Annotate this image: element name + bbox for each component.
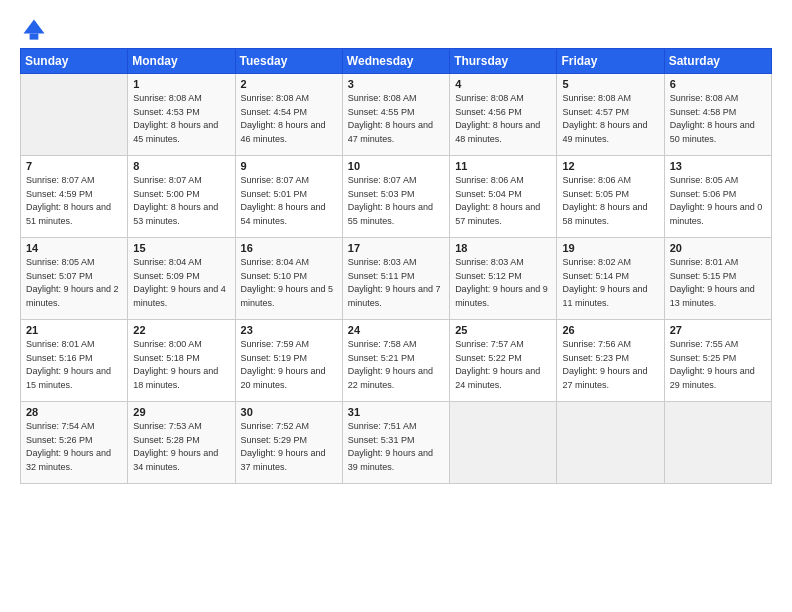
calendar-cell: 3 Sunrise: 8:08 AMSunset: 4:55 PMDayligh…: [342, 74, 449, 156]
svg-marker-0: [24, 20, 45, 34]
day-info: Sunrise: 8:06 AMSunset: 5:04 PMDaylight:…: [455, 174, 551, 228]
day-number: 28: [26, 406, 122, 418]
calendar-cell: 20 Sunrise: 8:01 AMSunset: 5:15 PMDaylig…: [664, 238, 771, 320]
calendar-cell: 14 Sunrise: 8:05 AMSunset: 5:07 PMDaylig…: [21, 238, 128, 320]
calendar-cell: 23 Sunrise: 7:59 AMSunset: 5:19 PMDaylig…: [235, 320, 342, 402]
day-number: 18: [455, 242, 551, 254]
calendar-cell: 2 Sunrise: 8:08 AMSunset: 4:54 PMDayligh…: [235, 74, 342, 156]
calendar-cell: 30 Sunrise: 7:52 AMSunset: 5:29 PMDaylig…: [235, 402, 342, 484]
day-info: Sunrise: 8:08 AMSunset: 4:54 PMDaylight:…: [241, 92, 337, 146]
calendar-cell: 10 Sunrise: 8:07 AMSunset: 5:03 PMDaylig…: [342, 156, 449, 238]
calendar-cell: 18 Sunrise: 8:03 AMSunset: 5:12 PMDaylig…: [450, 238, 557, 320]
day-number: 13: [670, 160, 766, 172]
day-number: 3: [348, 78, 444, 90]
weekday-header-friday: Friday: [557, 49, 664, 74]
calendar-cell: 8 Sunrise: 8:07 AMSunset: 5:00 PMDayligh…: [128, 156, 235, 238]
day-info: Sunrise: 8:03 AMSunset: 5:12 PMDaylight:…: [455, 256, 551, 310]
day-info: Sunrise: 8:07 AMSunset: 5:01 PMDaylight:…: [241, 174, 337, 228]
calendar-cell: 16 Sunrise: 8:04 AMSunset: 5:10 PMDaylig…: [235, 238, 342, 320]
calendar-cell: 4 Sunrise: 8:08 AMSunset: 4:56 PMDayligh…: [450, 74, 557, 156]
day-number: 11: [455, 160, 551, 172]
page: SundayMondayTuesdayWednesdayThursdayFrid…: [0, 0, 792, 494]
calendar-cell: 11 Sunrise: 8:06 AMSunset: 5:04 PMDaylig…: [450, 156, 557, 238]
day-info: Sunrise: 8:03 AMSunset: 5:11 PMDaylight:…: [348, 256, 444, 310]
weekday-header-saturday: Saturday: [664, 49, 771, 74]
day-number: 9: [241, 160, 337, 172]
day-number: 7: [26, 160, 122, 172]
calendar-table: SundayMondayTuesdayWednesdayThursdayFrid…: [20, 48, 772, 484]
weekday-header-tuesday: Tuesday: [235, 49, 342, 74]
day-info: Sunrise: 7:53 AMSunset: 5:28 PMDaylight:…: [133, 420, 229, 474]
calendar-cell: [450, 402, 557, 484]
day-info: Sunrise: 7:51 AMSunset: 5:31 PMDaylight:…: [348, 420, 444, 474]
day-info: Sunrise: 8:08 AMSunset: 4:57 PMDaylight:…: [562, 92, 658, 146]
day-number: 14: [26, 242, 122, 254]
day-info: Sunrise: 7:54 AMSunset: 5:26 PMDaylight:…: [26, 420, 122, 474]
day-info: Sunrise: 7:55 AMSunset: 5:25 PMDaylight:…: [670, 338, 766, 392]
calendar-cell: 21 Sunrise: 8:01 AMSunset: 5:16 PMDaylig…: [21, 320, 128, 402]
calendar-cell: 28 Sunrise: 7:54 AMSunset: 5:26 PMDaylig…: [21, 402, 128, 484]
day-number: 24: [348, 324, 444, 336]
calendar-cell: 5 Sunrise: 8:08 AMSunset: 4:57 PMDayligh…: [557, 74, 664, 156]
calendar-cell: 24 Sunrise: 7:58 AMSunset: 5:21 PMDaylig…: [342, 320, 449, 402]
calendar-header: SundayMondayTuesdayWednesdayThursdayFrid…: [21, 49, 772, 74]
calendar-cell: 17 Sunrise: 8:03 AMSunset: 5:11 PMDaylig…: [342, 238, 449, 320]
day-number: 21: [26, 324, 122, 336]
day-number: 6: [670, 78, 766, 90]
day-number: 23: [241, 324, 337, 336]
calendar-cell: 15 Sunrise: 8:04 AMSunset: 5:09 PMDaylig…: [128, 238, 235, 320]
day-number: 31: [348, 406, 444, 418]
day-info: Sunrise: 8:00 AMSunset: 5:18 PMDaylight:…: [133, 338, 229, 392]
day-info: Sunrise: 8:04 AMSunset: 5:09 PMDaylight:…: [133, 256, 229, 310]
week-row-2: 14 Sunrise: 8:05 AMSunset: 5:07 PMDaylig…: [21, 238, 772, 320]
calendar-cell: 27 Sunrise: 7:55 AMSunset: 5:25 PMDaylig…: [664, 320, 771, 402]
weekday-header-wednesday: Wednesday: [342, 49, 449, 74]
calendar-cell: 19 Sunrise: 8:02 AMSunset: 5:14 PMDaylig…: [557, 238, 664, 320]
day-number: 16: [241, 242, 337, 254]
day-info: Sunrise: 7:57 AMSunset: 5:22 PMDaylight:…: [455, 338, 551, 392]
weekday-header-sunday: Sunday: [21, 49, 128, 74]
day-number: 30: [241, 406, 337, 418]
day-info: Sunrise: 8:08 AMSunset: 4:56 PMDaylight:…: [455, 92, 551, 146]
day-info: Sunrise: 8:08 AMSunset: 4:58 PMDaylight:…: [670, 92, 766, 146]
calendar-body: 1 Sunrise: 8:08 AMSunset: 4:53 PMDayligh…: [21, 74, 772, 484]
day-number: 1: [133, 78, 229, 90]
calendar-cell: 13 Sunrise: 8:05 AMSunset: 5:06 PMDaylig…: [664, 156, 771, 238]
svg-rect-1: [30, 34, 39, 40]
weekday-row: SundayMondayTuesdayWednesdayThursdayFrid…: [21, 49, 772, 74]
day-info: Sunrise: 8:06 AMSunset: 5:05 PMDaylight:…: [562, 174, 658, 228]
calendar-cell: 26 Sunrise: 7:56 AMSunset: 5:23 PMDaylig…: [557, 320, 664, 402]
day-number: 26: [562, 324, 658, 336]
day-info: Sunrise: 8:08 AMSunset: 4:55 PMDaylight:…: [348, 92, 444, 146]
day-info: Sunrise: 8:02 AMSunset: 5:14 PMDaylight:…: [562, 256, 658, 310]
weekday-header-thursday: Thursday: [450, 49, 557, 74]
day-info: Sunrise: 7:52 AMSunset: 5:29 PMDaylight:…: [241, 420, 337, 474]
day-info: Sunrise: 7:58 AMSunset: 5:21 PMDaylight:…: [348, 338, 444, 392]
day-info: Sunrise: 8:08 AMSunset: 4:53 PMDaylight:…: [133, 92, 229, 146]
calendar-cell: 12 Sunrise: 8:06 AMSunset: 5:05 PMDaylig…: [557, 156, 664, 238]
day-info: Sunrise: 8:07 AMSunset: 5:00 PMDaylight:…: [133, 174, 229, 228]
day-info: Sunrise: 8:07 AMSunset: 4:59 PMDaylight:…: [26, 174, 122, 228]
day-number: 12: [562, 160, 658, 172]
calendar-cell: [21, 74, 128, 156]
calendar-cell: 29 Sunrise: 7:53 AMSunset: 5:28 PMDaylig…: [128, 402, 235, 484]
day-info: Sunrise: 7:56 AMSunset: 5:23 PMDaylight:…: [562, 338, 658, 392]
logo-icon: [20, 16, 48, 44]
day-number: 15: [133, 242, 229, 254]
week-row-3: 21 Sunrise: 8:01 AMSunset: 5:16 PMDaylig…: [21, 320, 772, 402]
day-number: 25: [455, 324, 551, 336]
day-number: 27: [670, 324, 766, 336]
week-row-4: 28 Sunrise: 7:54 AMSunset: 5:26 PMDaylig…: [21, 402, 772, 484]
calendar-cell: 7 Sunrise: 8:07 AMSunset: 4:59 PMDayligh…: [21, 156, 128, 238]
calendar-cell: 6 Sunrise: 8:08 AMSunset: 4:58 PMDayligh…: [664, 74, 771, 156]
week-row-0: 1 Sunrise: 8:08 AMSunset: 4:53 PMDayligh…: [21, 74, 772, 156]
calendar-cell: 9 Sunrise: 8:07 AMSunset: 5:01 PMDayligh…: [235, 156, 342, 238]
day-number: 22: [133, 324, 229, 336]
day-info: Sunrise: 8:01 AMSunset: 5:15 PMDaylight:…: [670, 256, 766, 310]
calendar-cell: 1 Sunrise: 8:08 AMSunset: 4:53 PMDayligh…: [128, 74, 235, 156]
day-info: Sunrise: 8:04 AMSunset: 5:10 PMDaylight:…: [241, 256, 337, 310]
calendar-cell: 31 Sunrise: 7:51 AMSunset: 5:31 PMDaylig…: [342, 402, 449, 484]
day-number: 20: [670, 242, 766, 254]
calendar-cell: 22 Sunrise: 8:00 AMSunset: 5:18 PMDaylig…: [128, 320, 235, 402]
calendar-cell: 25 Sunrise: 7:57 AMSunset: 5:22 PMDaylig…: [450, 320, 557, 402]
